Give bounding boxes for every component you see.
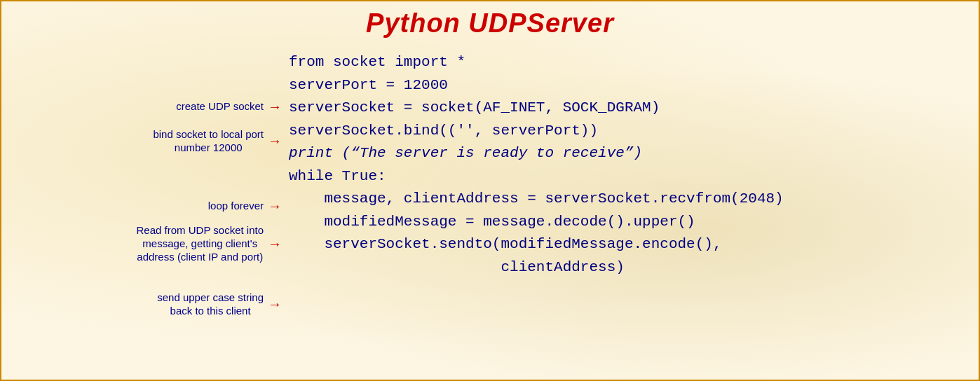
code-line-6: while True:: [289, 165, 979, 188]
annotation-bind-text: bind socket to local portnumber 12000: [153, 128, 264, 155]
code-line-10: clientAddress): [289, 256, 979, 279]
arrow-create-udp: →: [268, 99, 282, 115]
annotation-bind-socket: bind socket to local portnumber 12000 →: [8, 128, 282, 155]
page-title: Python UDPServer: [1, 1, 979, 44]
code-line-1: from socket import *: [289, 51, 979, 74]
annotation-loop-text: loop forever: [208, 200, 264, 213]
arrow-read: →: [268, 236, 282, 252]
annotation-send-upper: send upper case stringback to this clien…: [8, 291, 282, 318]
annotation-send-text: send upper case stringback to this clien…: [157, 291, 264, 318]
annotation-create-udp-text: create UDP socket: [176, 100, 264, 113]
arrow-send: →: [268, 296, 282, 312]
annotations-panel: create UDP socket → bind socket to local…: [8, 48, 282, 279]
annotation-read-text: Read from UDP socket intomessage, gettin…: [137, 224, 264, 263]
code-line-4: serverSocket.bind(('', serverPort)): [289, 120, 979, 143]
code-line-9: serverSocket.sendto(modifiedMessage.enco…: [289, 233, 979, 256]
code-line-2: serverPort = 12000: [289, 74, 979, 97]
code-line-7: message, clientAddress = serverSocket.re…: [289, 188, 979, 211]
annotation-read-udp: Read from UDP socket intomessage, gettin…: [8, 224, 282, 263]
code-line-8: modifiedMessage = message.decode().upper…: [289, 211, 979, 234]
main-content: create UDP socket → bind socket to local…: [1, 44, 979, 279]
arrow-bind: →: [268, 133, 282, 149]
annotation-loop: loop forever →: [8, 198, 282, 214]
annotation-create-udp: create UDP socket →: [8, 99, 282, 115]
arrow-loop: →: [268, 198, 282, 214]
code-line-5: print (“The server is ready to receive”): [289, 142, 979, 165]
code-panel: from socket import * serverPort = 12000 …: [282, 48, 979, 279]
code-line-3: serverSocket = socket(AF_INET, SOCK_DGRA…: [289, 97, 979, 120]
